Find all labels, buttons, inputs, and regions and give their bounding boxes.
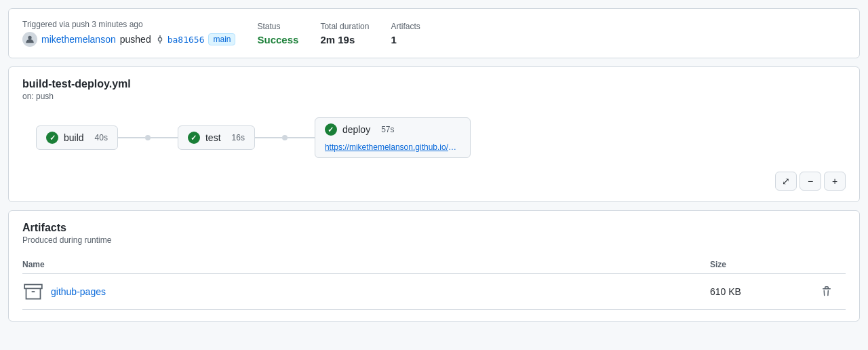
trigger-info-card: Triggered via push 3 minutes ago mikethe… xyxy=(8,8,860,58)
artifact-row: github-pages 610 KB xyxy=(22,274,846,310)
deploy-link[interactable]: https://mikethemelanson.github.io/actio.… xyxy=(325,142,460,152)
avatar xyxy=(22,32,37,47)
delete-artifact-button[interactable] xyxy=(818,284,835,300)
col-size-header: Size xyxy=(710,256,818,274)
artifacts-subtitle: Produced during runtime xyxy=(22,235,846,245)
workflow-card: build-test-deploy.yml on: push build 40s… xyxy=(8,66,860,202)
artifacts-card: Artifacts Produced during runtime Name S… xyxy=(8,210,860,322)
artifact-name-cell: github-pages xyxy=(22,274,710,310)
connector-line-2b xyxy=(288,137,315,138)
status-section: Status Success xyxy=(257,22,298,45)
step-test-duration: 16s xyxy=(226,133,245,142)
step-deploy[interactable]: deploy 57s https://mikethemelanson.githu… xyxy=(315,117,471,158)
check-icon-deploy xyxy=(325,123,337,136)
workflow-subtitle: on: push xyxy=(22,92,846,101)
artifacts-summary-label: Artifacts xyxy=(391,22,420,31)
artifacts-table: Name Size xyxy=(22,256,846,310)
trigger-label: Triggered via push 3 minutes ago xyxy=(22,20,235,29)
duration-label: Total duration xyxy=(320,22,369,31)
step-test-label: test xyxy=(205,132,221,143)
workflow-title: build-test-deploy.yml xyxy=(22,78,846,90)
pipeline: build 40s test 16s deploy 57s xyxy=(22,117,846,158)
artifacts-title: Artifacts xyxy=(22,222,846,234)
artifacts-summary-section: Artifacts 1 xyxy=(391,22,420,45)
duration-section: Total duration 2m 19s xyxy=(320,22,369,45)
duration-value: 2m 19s xyxy=(320,34,369,45)
trigger-section: Triggered via push 3 minutes ago mikethe… xyxy=(22,20,235,47)
zoom-in-button[interactable]: + xyxy=(824,172,846,191)
svg-rect-4 xyxy=(24,285,42,289)
step-deploy-label: deploy xyxy=(342,124,370,135)
col-name-header: Name xyxy=(22,256,710,274)
connector-line-2 xyxy=(255,137,282,138)
step-deploy-inner: deploy 57s xyxy=(325,123,395,136)
col-action-header xyxy=(818,256,846,274)
artifact-icon xyxy=(22,281,44,303)
trigger-details: mikethemelanson pushed ba81656 main xyxy=(22,32,235,47)
step-build[interactable]: build 40s xyxy=(36,125,118,150)
artifact-actions xyxy=(818,274,846,310)
connector-line-1b xyxy=(151,137,178,138)
connector-1 xyxy=(118,135,178,140)
zoom-controls: ⤢ − + xyxy=(22,172,846,191)
branch-badge[interactable]: main xyxy=(208,33,235,45)
artifacts-summary-value: 1 xyxy=(391,34,420,45)
zoom-out-button[interactable]: − xyxy=(800,172,821,191)
connector-dot-1 xyxy=(145,135,151,140)
svg-point-1 xyxy=(158,37,161,41)
step-test[interactable]: test 16s xyxy=(178,125,255,150)
connector-2 xyxy=(255,135,315,140)
commit-ref[interactable]: ba81656 xyxy=(155,35,205,45)
status-value: Success xyxy=(257,34,298,45)
check-icon-build xyxy=(46,132,58,144)
status-label: Status xyxy=(257,22,298,31)
fit-button[interactable]: ⤢ xyxy=(775,172,797,191)
step-build-duration: 40s xyxy=(90,133,108,142)
check-icon-test xyxy=(188,132,200,144)
step-deploy-duration: 57s xyxy=(376,125,394,134)
connector-line-1 xyxy=(118,137,145,138)
connector-dot-2 xyxy=(282,135,288,140)
artifact-name[interactable]: github-pages xyxy=(51,286,106,297)
action-text: pushed xyxy=(120,34,151,45)
svg-point-0 xyxy=(28,36,31,39)
step-build-label: build xyxy=(64,132,84,143)
artifact-size: 610 KB xyxy=(710,274,818,310)
username[interactable]: mikethemelanson xyxy=(41,34,116,45)
